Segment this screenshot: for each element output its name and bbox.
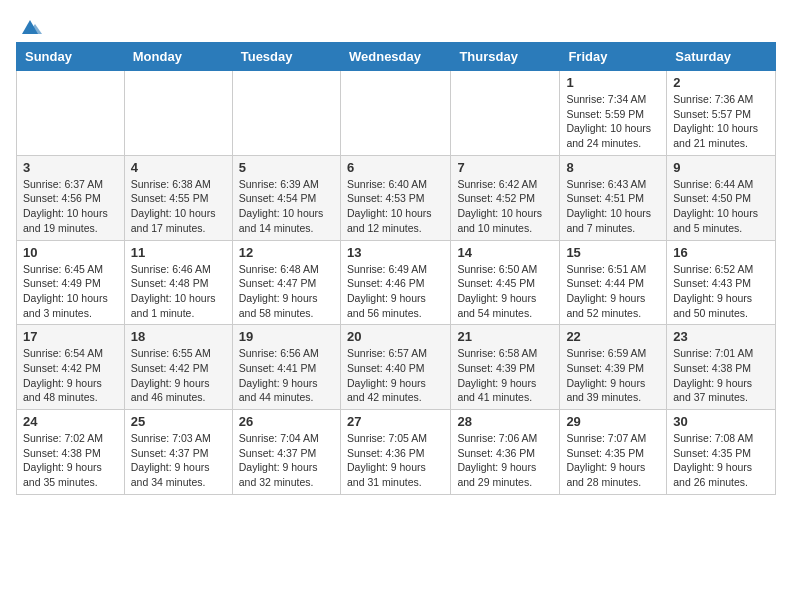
page-header [16, 16, 776, 34]
calendar-cell: 11Sunrise: 6:46 AM Sunset: 4:48 PM Dayli… [124, 240, 232, 325]
calendar-cell: 24Sunrise: 7:02 AM Sunset: 4:38 PM Dayli… [17, 410, 125, 495]
logo [16, 16, 42, 34]
calendar-cell: 5Sunrise: 6:39 AM Sunset: 4:54 PM Daylig… [232, 155, 340, 240]
calendar-header-tuesday: Tuesday [232, 43, 340, 71]
day-number: 28 [457, 414, 553, 429]
day-number: 7 [457, 160, 553, 175]
day-number: 13 [347, 245, 444, 260]
day-number: 4 [131, 160, 226, 175]
day-info: Sunrise: 7:02 AM Sunset: 4:38 PM Dayligh… [23, 431, 118, 490]
calendar-cell: 25Sunrise: 7:03 AM Sunset: 4:37 PM Dayli… [124, 410, 232, 495]
calendar-cell: 7Sunrise: 6:42 AM Sunset: 4:52 PM Daylig… [451, 155, 560, 240]
day-info: Sunrise: 6:54 AM Sunset: 4:42 PM Dayligh… [23, 346, 118, 405]
calendar-week-3: 10Sunrise: 6:45 AM Sunset: 4:49 PM Dayli… [17, 240, 776, 325]
calendar-cell: 9Sunrise: 6:44 AM Sunset: 4:50 PM Daylig… [667, 155, 776, 240]
calendar-cell: 2Sunrise: 7:36 AM Sunset: 5:57 PM Daylig… [667, 71, 776, 156]
calendar-cell: 1Sunrise: 7:34 AM Sunset: 5:59 PM Daylig… [560, 71, 667, 156]
calendar-cell: 13Sunrise: 6:49 AM Sunset: 4:46 PM Dayli… [340, 240, 450, 325]
calendar-cell: 10Sunrise: 6:45 AM Sunset: 4:49 PM Dayli… [17, 240, 125, 325]
calendar-cell: 3Sunrise: 6:37 AM Sunset: 4:56 PM Daylig… [17, 155, 125, 240]
day-number: 14 [457, 245, 553, 260]
calendar-cell: 17Sunrise: 6:54 AM Sunset: 4:42 PM Dayli… [17, 325, 125, 410]
calendar-cell: 15Sunrise: 6:51 AM Sunset: 4:44 PM Dayli… [560, 240, 667, 325]
day-info: Sunrise: 7:36 AM Sunset: 5:57 PM Dayligh… [673, 92, 769, 151]
calendar-cell: 4Sunrise: 6:38 AM Sunset: 4:55 PM Daylig… [124, 155, 232, 240]
day-info: Sunrise: 6:42 AM Sunset: 4:52 PM Dayligh… [457, 177, 553, 236]
day-number: 10 [23, 245, 118, 260]
day-info: Sunrise: 7:06 AM Sunset: 4:36 PM Dayligh… [457, 431, 553, 490]
day-number: 17 [23, 329, 118, 344]
day-info: Sunrise: 6:43 AM Sunset: 4:51 PM Dayligh… [566, 177, 660, 236]
day-number: 22 [566, 329, 660, 344]
day-info: Sunrise: 7:34 AM Sunset: 5:59 PM Dayligh… [566, 92, 660, 151]
day-info: Sunrise: 7:08 AM Sunset: 4:35 PM Dayligh… [673, 431, 769, 490]
day-info: Sunrise: 6:40 AM Sunset: 4:53 PM Dayligh… [347, 177, 444, 236]
day-info: Sunrise: 6:56 AM Sunset: 4:41 PM Dayligh… [239, 346, 334, 405]
day-info: Sunrise: 7:01 AM Sunset: 4:38 PM Dayligh… [673, 346, 769, 405]
day-info: Sunrise: 6:52 AM Sunset: 4:43 PM Dayligh… [673, 262, 769, 321]
calendar-cell: 12Sunrise: 6:48 AM Sunset: 4:47 PM Dayli… [232, 240, 340, 325]
day-number: 6 [347, 160, 444, 175]
day-number: 26 [239, 414, 334, 429]
day-info: Sunrise: 7:05 AM Sunset: 4:36 PM Dayligh… [347, 431, 444, 490]
calendar-cell: 16Sunrise: 6:52 AM Sunset: 4:43 PM Dayli… [667, 240, 776, 325]
day-number: 12 [239, 245, 334, 260]
day-number: 3 [23, 160, 118, 175]
day-info: Sunrise: 6:44 AM Sunset: 4:50 PM Dayligh… [673, 177, 769, 236]
calendar-header-friday: Friday [560, 43, 667, 71]
calendar-cell: 28Sunrise: 7:06 AM Sunset: 4:36 PM Dayli… [451, 410, 560, 495]
day-info: Sunrise: 6:51 AM Sunset: 4:44 PM Dayligh… [566, 262, 660, 321]
day-number: 5 [239, 160, 334, 175]
calendar-header-sunday: Sunday [17, 43, 125, 71]
day-number: 23 [673, 329, 769, 344]
calendar-cell: 6Sunrise: 6:40 AM Sunset: 4:53 PM Daylig… [340, 155, 450, 240]
day-number: 9 [673, 160, 769, 175]
day-number: 18 [131, 329, 226, 344]
day-info: Sunrise: 6:39 AM Sunset: 4:54 PM Dayligh… [239, 177, 334, 236]
day-info: Sunrise: 6:37 AM Sunset: 4:56 PM Dayligh… [23, 177, 118, 236]
calendar-header-wednesday: Wednesday [340, 43, 450, 71]
calendar-header-saturday: Saturday [667, 43, 776, 71]
calendar-cell: 22Sunrise: 6:59 AM Sunset: 4:39 PM Dayli… [560, 325, 667, 410]
day-info: Sunrise: 6:48 AM Sunset: 4:47 PM Dayligh… [239, 262, 334, 321]
day-info: Sunrise: 6:46 AM Sunset: 4:48 PM Dayligh… [131, 262, 226, 321]
day-info: Sunrise: 6:49 AM Sunset: 4:46 PM Dayligh… [347, 262, 444, 321]
calendar-week-5: 24Sunrise: 7:02 AM Sunset: 4:38 PM Dayli… [17, 410, 776, 495]
day-info: Sunrise: 6:50 AM Sunset: 4:45 PM Dayligh… [457, 262, 553, 321]
day-number: 15 [566, 245, 660, 260]
day-info: Sunrise: 7:04 AM Sunset: 4:37 PM Dayligh… [239, 431, 334, 490]
day-number: 11 [131, 245, 226, 260]
day-number: 1 [566, 75, 660, 90]
calendar-cell: 23Sunrise: 7:01 AM Sunset: 4:38 PM Dayli… [667, 325, 776, 410]
calendar-cell: 30Sunrise: 7:08 AM Sunset: 4:35 PM Dayli… [667, 410, 776, 495]
calendar-cell: 19Sunrise: 6:56 AM Sunset: 4:41 PM Dayli… [232, 325, 340, 410]
day-number: 24 [23, 414, 118, 429]
calendar-header-monday: Monday [124, 43, 232, 71]
day-info: Sunrise: 6:55 AM Sunset: 4:42 PM Dayligh… [131, 346, 226, 405]
calendar-cell: 20Sunrise: 6:57 AM Sunset: 4:40 PM Dayli… [340, 325, 450, 410]
calendar-cell: 18Sunrise: 6:55 AM Sunset: 4:42 PM Dayli… [124, 325, 232, 410]
day-number: 30 [673, 414, 769, 429]
day-number: 29 [566, 414, 660, 429]
calendar-week-2: 3Sunrise: 6:37 AM Sunset: 4:56 PM Daylig… [17, 155, 776, 240]
calendar-week-1: 1Sunrise: 7:34 AM Sunset: 5:59 PM Daylig… [17, 71, 776, 156]
day-number: 16 [673, 245, 769, 260]
calendar-cell: 21Sunrise: 6:58 AM Sunset: 4:39 PM Dayli… [451, 325, 560, 410]
day-info: Sunrise: 6:57 AM Sunset: 4:40 PM Dayligh… [347, 346, 444, 405]
day-number: 21 [457, 329, 553, 344]
day-info: Sunrise: 7:03 AM Sunset: 4:37 PM Dayligh… [131, 431, 226, 490]
day-info: Sunrise: 6:38 AM Sunset: 4:55 PM Dayligh… [131, 177, 226, 236]
calendar-table: SundayMondayTuesdayWednesdayThursdayFrid… [16, 42, 776, 495]
day-info: Sunrise: 6:45 AM Sunset: 4:49 PM Dayligh… [23, 262, 118, 321]
calendar-week-4: 17Sunrise: 6:54 AM Sunset: 4:42 PM Dayli… [17, 325, 776, 410]
day-info: Sunrise: 6:58 AM Sunset: 4:39 PM Dayligh… [457, 346, 553, 405]
day-number: 25 [131, 414, 226, 429]
day-number: 27 [347, 414, 444, 429]
calendar-cell [340, 71, 450, 156]
calendar-cell [232, 71, 340, 156]
calendar-cell: 8Sunrise: 6:43 AM Sunset: 4:51 PM Daylig… [560, 155, 667, 240]
calendar-header-row: SundayMondayTuesdayWednesdayThursdayFrid… [17, 43, 776, 71]
calendar-cell [451, 71, 560, 156]
day-number: 19 [239, 329, 334, 344]
day-info: Sunrise: 7:07 AM Sunset: 4:35 PM Dayligh… [566, 431, 660, 490]
